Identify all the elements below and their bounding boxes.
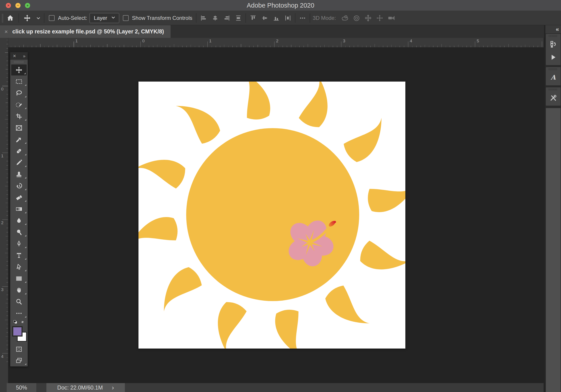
- align-bottom-edges-button[interactable]: [270, 12, 282, 24]
- history-panel-button[interactable]: [546, 38, 561, 51]
- current-tool-move[interactable]: [20, 12, 34, 24]
- tool-flyout-indicator: [25, 281, 26, 283]
- type-tool-icon: [15, 252, 22, 259]
- dock-grip[interactable]: [546, 87, 561, 91]
- eyedropper-tool[interactable]: [10, 134, 28, 145]
- frame-tool-icon: [15, 124, 22, 131]
- hand-tool[interactable]: [10, 284, 28, 296]
- zoom-level-field[interactable]: 50%: [7, 383, 36, 392]
- rectangle-tool[interactable]: [10, 273, 28, 284]
- 3d-orbit-button[interactable]: [339, 12, 351, 24]
- tool-flyout-indicator: [25, 165, 26, 167]
- eraser-tool[interactable]: [10, 192, 28, 203]
- auto-select-target-dropdown[interactable]: Layer: [89, 13, 119, 23]
- vertical-ruler[interactable]: 01234: [0, 38, 8, 383]
- frame-tool[interactable]: [10, 122, 28, 134]
- dock-gap: [545, 106, 561, 108]
- pasteboard[interactable]: × »: [8, 47, 544, 383]
- blur-tool[interactable]: [10, 215, 28, 226]
- brush-tool-icon: [15, 159, 22, 166]
- clone-stamp-tool[interactable]: [10, 169, 28, 180]
- glyphs-panel-button[interactable]: A: [546, 71, 561, 84]
- 3d-orbit-icon: [341, 14, 349, 22]
- tool-presets-panel-button[interactable]: [546, 91, 561, 104]
- actions-panel-button[interactable]: [546, 51, 561, 64]
- crop-tool-icon: [16, 113, 22, 120]
- move-icon: [23, 14, 31, 22]
- ruler-label: 1: [1, 154, 4, 159]
- tool-options-bar: Auto-Select: Layer Show Transform Contro…: [0, 11, 561, 25]
- 3d-camera-button[interactable]: [386, 12, 397, 24]
- close-palette-icon[interactable]: ×: [13, 53, 16, 59]
- type-tool[interactable]: [10, 250, 28, 261]
- tool-preset-chevron[interactable]: [34, 12, 43, 24]
- healing-brush-tool[interactable]: [10, 145, 28, 157]
- history-brush-tool[interactable]: [10, 180, 28, 192]
- collapse-panels-icon[interactable]: «: [556, 26, 558, 33]
- align-vertical-centers-button[interactable]: [259, 12, 270, 24]
- lasso-tool[interactable]: [10, 87, 28, 99]
- tool-flyout-indicator: [25, 84, 26, 86]
- screen-mode-button[interactable]: [10, 355, 28, 366]
- align-left-edges-button[interactable]: [198, 12, 209, 24]
- quick-mask-button[interactable]: [10, 344, 28, 355]
- align-right-edges-button[interactable]: [221, 12, 233, 24]
- 3d-slide-button[interactable]: [374, 12, 386, 24]
- dock-grip[interactable]: [546, 34, 561, 38]
- options-bar-grip[interactable]: [2, 14, 3, 22]
- document-size-field[interactable]: Doc: 22.0M/60.1M ›: [46, 383, 125, 392]
- ruler-label: 2: [276, 39, 279, 43]
- history-panel-icon: [550, 41, 557, 48]
- home-button[interactable]: [3, 12, 17, 24]
- distribute-vertical-centers-button[interactable]: [233, 12, 244, 24]
- auto-select-checkbox[interactable]: [46, 12, 58, 24]
- tool-flyout-indicator: [25, 235, 26, 236]
- document-canvas[interactable]: [139, 82, 405, 349]
- minimize-window-button[interactable]: −: [15, 3, 21, 8]
- gradient-tool[interactable]: [10, 203, 28, 215]
- horizontal-ruler[interactable]: 1012345: [8, 38, 544, 47]
- brush-tool[interactable]: [10, 157, 28, 169]
- color-swatches: [10, 326, 28, 344]
- blur-tool-icon: [15, 217, 22, 224]
- eraser-tool-icon: [15, 194, 22, 201]
- tool-flyout-indicator: [25, 293, 26, 294]
- distribute-horizontal-centers-button[interactable]: [282, 12, 294, 24]
- status-chevron-icon: ›: [112, 384, 114, 391]
- foreground-color-swatch[interactable]: [12, 326, 22, 337]
- 3d-roll-button[interactable]: [351, 12, 362, 24]
- tool-palette-header: × »: [10, 52, 28, 60]
- expand-palette-icon[interactable]: »: [23, 54, 25, 58]
- default-colors-button[interactable]: [13, 319, 18, 325]
- minimize-icon: −: [17, 4, 19, 7]
- rectangular-marquee-tool[interactable]: [10, 76, 28, 87]
- close-window-button[interactable]: ×: [6, 3, 11, 8]
- 3d-roll-icon: [353, 14, 360, 22]
- actions-panel-icon: [550, 53, 557, 61]
- dodge-tool[interactable]: [10, 226, 28, 238]
- align-top-edges-button[interactable]: [247, 12, 259, 24]
- maximize-window-button[interactable]: +: [25, 3, 30, 8]
- zoom-tool[interactable]: [10, 296, 28, 307]
- dock-grip[interactable]: [546, 67, 561, 71]
- more-align-options-button[interactable]: [297, 12, 308, 24]
- align-horizontal-centers-button[interactable]: [209, 12, 221, 24]
- path-selection-tool[interactable]: [10, 261, 28, 273]
- document-tab[interactable]: × click up resize example file.psd @ 50%…: [0, 25, 171, 38]
- 3d-pan-button[interactable]: [362, 12, 374, 24]
- document-tab-title: click up resize example file.psd @ 50% (…: [12, 28, 164, 35]
- dock-gap: [545, 65, 561, 67]
- close-tab-icon[interactable]: ×: [4, 29, 8, 34]
- show-transform-checkbox[interactable]: [121, 12, 132, 24]
- pen-tool[interactable]: [10, 238, 28, 250]
- swap-colors-button[interactable]: [20, 319, 25, 325]
- palette-grip[interactable]: [10, 60, 28, 64]
- dock-gap: [545, 85, 561, 87]
- object-selection-tool[interactable]: [10, 99, 28, 111]
- screen-mode-icon: [16, 357, 22, 364]
- crop-tool[interactable]: [10, 111, 28, 122]
- gradient-tool-icon: [15, 205, 22, 212]
- ruler-label: 0: [142, 39, 145, 43]
- edit-toolbar[interactable]: [10, 307, 28, 319]
- move-tool[interactable]: [11, 64, 27, 76]
